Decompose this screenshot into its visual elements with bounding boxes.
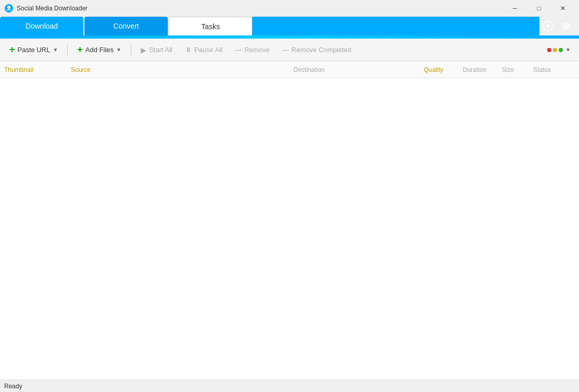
col-header-destination: Destination [293,66,424,74]
add-files-plus-icon: + [77,44,83,55]
red-dot [547,48,551,52]
empty-task-list [0,78,579,379]
col-header-duration: Duration [463,66,502,74]
titlebar: Social Media Downloader ─ □ ✕ [0,0,579,17]
remove-completed-icon: — [282,46,289,54]
tabbar: Download Convert Tasks [0,17,579,35]
app-title: Social Media Downloader [17,5,503,12]
dots-dropdown-icon: ▼ [565,47,571,53]
minimize-button[interactable]: ─ [503,0,527,17]
status-text: Ready [4,383,22,390]
tab-convert[interactable]: Convert [84,17,168,35]
toolbar: + Paste URL ▼ + Add Files ▼ ▶ Start All … [0,39,579,62]
close-button[interactable]: ✕ [551,0,575,17]
paste-url-button[interactable]: + Paste URL ▼ [4,42,63,58]
paste-url-dropdown-icon: ▼ [53,47,58,53]
pause-all-button[interactable]: ⏸ Pause All [180,43,228,56]
add-files-dropdown-icon: ▼ [116,47,121,53]
col-header-thumbnail: Thumbnail [4,66,67,74]
col-header-status: Status [533,66,575,74]
start-all-icon: ▶ [141,46,146,54]
remove-completed-button[interactable]: — Remove Completed [277,43,356,56]
app-icon [4,4,14,13]
separator-2 [131,44,131,56]
tab-tasks[interactable]: Tasks [169,17,252,35]
col-header-size: Size [502,66,533,74]
table-header: Thumbnail Source Destination Quality Dur… [0,62,579,78]
svg-rect-6 [563,28,570,29]
pause-all-icon: ⏸ [185,46,192,54]
statusbar: Ready [0,379,579,392]
green-dot [559,48,563,52]
col-header-quality: Quality [424,66,463,74]
dots-menu-button[interactable]: ▼ [543,44,575,55]
window-controls: ─ □ ✕ [503,0,575,17]
tab-download[interactable]: Download [0,17,83,35]
start-all-button[interactable]: ▶ Start All [135,43,178,57]
tabbar-right [539,17,579,35]
maximize-button[interactable]: □ [527,0,551,17]
plus-icon: + [9,44,15,55]
yellow-dot [553,48,557,52]
svg-marker-3 [547,24,550,28]
svg-rect-4 [563,23,570,24]
add-files-button[interactable]: + Add Files ▼ [72,42,127,58]
tabbar-fill [252,17,539,35]
remove-icon: — [235,46,242,54]
menu-icon-button[interactable] [558,18,575,34]
col-header-source: Source [67,66,293,74]
svg-rect-5 [563,26,570,27]
remove-button[interactable]: — Remove [230,43,275,56]
content-area: Thumbnail Source Destination Quality Dur… [0,62,579,379]
svg-point-1 [7,6,10,9]
separator-1 [67,44,68,56]
play-icon-button[interactable] [539,18,556,34]
